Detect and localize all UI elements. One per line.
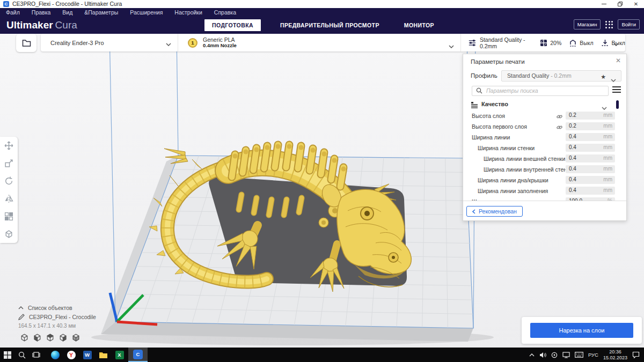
view-3d-icon[interactable] [19,333,30,343]
marketplace-button[interactable]: Магазин [574,19,601,29]
infill-summary: 20% [540,39,561,47]
setting-unit: mm [603,134,612,139]
menu-item-3[interactable]: &Параметры [78,9,124,16]
profile-dropdown[interactable]: Standard Quality - 0.2mm ★ [501,70,621,82]
view-right-icon[interactable] [71,333,81,343]
setting-value: 0.4 [569,166,576,172]
quality-section-header[interactable]: Качество [463,99,626,110]
printer-selector[interactable]: Creality Ender-3 Pro [41,34,178,51]
chevron-down-icon [449,45,454,48]
tray-app-icon[interactable] [551,352,558,358]
mirror-tool[interactable] [0,190,18,208]
chevron-down-icon [602,107,607,110]
taskbar-yandex[interactable]: Y [64,348,78,362]
menu-item-2[interactable]: Вид [56,9,78,16]
setting-value-field[interactable]: 0.2mm [566,122,615,130]
setting-row: Ширина линии первого слоя100.0% [463,196,626,201]
material-selector[interactable]: 1 Generic PLA 0.4mm Nozzle [178,34,460,51]
edge-icon [51,351,60,359]
close-icon[interactable]: ✕ [616,57,621,64]
setting-value: 0.4 [569,144,576,150]
cura-icon: C [133,350,143,359]
window-title: CE3PRO_Flexi - Crocodile - Ultimaker Cur… [12,1,122,7]
menu-item-4[interactable]: Расширения [124,9,169,16]
minimize-button[interactable] [596,0,612,8]
view-front-icon[interactable] [32,333,42,343]
setting-value-field[interactable]: 0.4mm [566,165,615,173]
application-switcher-icon[interactable] [605,21,613,28]
task-view-icon [32,351,40,358]
settings-menu-icon[interactable] [612,86,621,94]
rotate-tool[interactable] [0,172,18,190]
task-view-button[interactable] [29,348,43,362]
quality-section-label: Качество [481,101,508,107]
taskbar-edge[interactable] [48,348,62,362]
move-tool[interactable] [0,137,18,154]
setting-value-field[interactable]: 0.2mm [566,112,615,120]
scale-tool[interactable] [0,154,18,172]
network-icon[interactable] [562,352,570,358]
object-dimensions: 164.5 x 147.1 x 40.3 мм [18,323,96,329]
taskbar-search-button[interactable] [14,348,29,362]
support-blocker-tool[interactable] [0,225,18,243]
sign-in-button[interactable]: Войти [618,19,640,29]
menu-item-1[interactable]: Правка [26,9,56,16]
setting-value-field[interactable]: 0.4mm [566,187,615,195]
open-file-button[interactable] [16,34,36,52]
stage-tab-2[interactable]: МОНИТОР [399,19,440,31]
setting-value-field[interactable]: 0.4mm [566,154,615,162]
close-button[interactable]: ✕ [628,0,644,8]
setting-value-field[interactable]: 0.4mm [566,144,615,152]
stage-tab-0[interactable]: ПОДГОТОВКА [204,19,261,31]
stage-tabs: ПОДГОТОВКАПРЕДВАРИТЕЛЬНЫЙ ПРОСМОТРМОНИТО… [0,19,644,31]
keyboard-icon[interactable] [575,352,583,358]
setting-label: Высота первого слоя [472,123,527,130]
object-list-toggle[interactable]: Список объектов [18,305,96,311]
view-top-icon[interactable] [45,333,55,343]
start-button[interactable] [0,348,14,362]
menu-item-5[interactable]: Настройки [169,9,208,16]
language-indicator[interactable]: РУС [588,352,598,358]
setting-value: 0.4 [569,134,576,139]
recommended-mode-button[interactable]: Рекомендован [466,206,523,217]
slice-button[interactable]: Нарезка на слои [530,323,633,338]
star-icon[interactable]: ★ [601,72,606,82]
profile-label: Профиль [471,72,497,79]
menu-item-6[interactable]: Справка [208,9,242,16]
taskbar-excel[interactable]: X [112,348,127,362]
settings-search-input[interactable] [472,86,609,96]
menu-item-0[interactable]: Файл [0,9,26,16]
folder-icon [99,351,108,359]
setting-unit: mm [603,166,612,172]
quality-layers-icon [471,101,478,108]
setting-row: Ширина линии заполнения0.4mm [463,186,626,196]
recommended-label: Рекомендован [479,208,517,215]
setting-value-field[interactable]: 0.4mm [566,133,615,141]
view-left-icon[interactable] [58,333,68,343]
yandex-icon: Y [67,351,76,359]
mirror-icon [4,194,13,203]
taskbar-explorer[interactable] [96,348,111,362]
support-state: Выкл [580,40,593,46]
per-model-settings-icon [4,212,13,221]
action-center-icon[interactable] [632,351,640,358]
stage-tab-1[interactable]: ПРЕДВАРИТЕЛЬНЫЙ ПРОСМОТР [275,19,385,31]
setting-unit: mm [603,123,612,129]
per-model-settings-tool[interactable] [0,208,18,225]
print-settings-summary[interactable]: Standard Quality - 0.2mm 20% Выкл Выкл [460,34,625,51]
setting-value-field[interactable]: 0.4mm [566,176,615,184]
taskbar-word[interactable]: W [80,348,94,362]
setting-value: 0.4 [569,187,576,193]
setting-unit: mm [603,187,612,193]
tray-expand-icon[interactable] [529,353,535,357]
clock[interactable]: 20:36 15.02.2023 [603,349,627,361]
speaker-icon[interactable] [539,352,546,358]
object-name: CE3PRO_Flexi - Crocodile [29,314,96,320]
search-icon [476,87,482,94]
object-list-item[interactable]: CE3PRO_Flexi - Crocodile [18,314,96,320]
taskbar-cura-active[interactable]: C [128,348,148,362]
restore-button[interactable] [612,0,628,8]
profile-detail: - 0.2mm [551,72,572,79]
settings-scrollbar-thumb[interactable] [616,100,619,109]
camera-view-buttons [19,333,96,343]
